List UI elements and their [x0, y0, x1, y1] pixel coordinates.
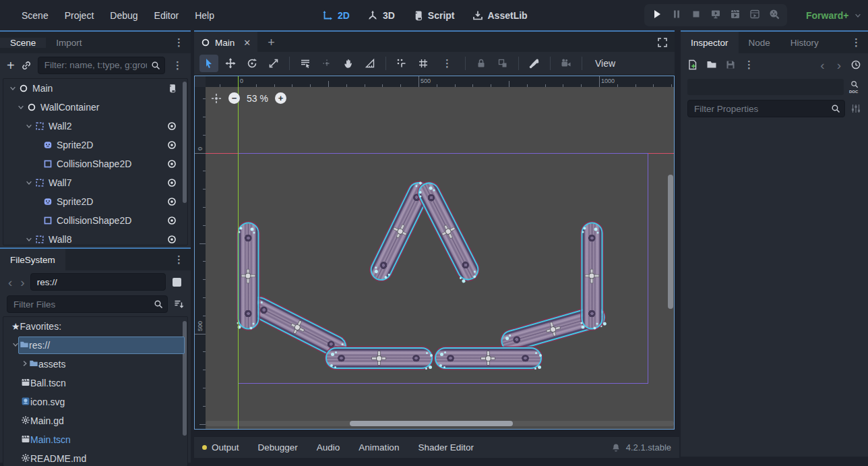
ruler-tool-button[interactable] [361, 55, 379, 72]
tab-main-scene[interactable]: Main ✕ [194, 32, 257, 53]
zoom-out-button[interactable]: − [228, 92, 240, 104]
expand-chevron-icon[interactable] [11, 340, 20, 351]
play-custom-scene-button[interactable] [749, 9, 760, 22]
bottom-tab-debugger[interactable]: Debugger [258, 442, 298, 453]
save-resource-icon[interactable] [725, 59, 736, 70]
skeleton-tool-button[interactable] [525, 55, 544, 72]
menu-editor[interactable]: Editor [146, 10, 187, 21]
scene-dock-menu-icon[interactable]: ⋮ [167, 36, 191, 49]
play-current-scene-button[interactable] [730, 9, 741, 22]
visibility-eye-icon[interactable] [167, 235, 177, 244]
pan-tool-button[interactable] [339, 55, 358, 72]
bottom-tab-output[interactable]: Output [202, 442, 239, 453]
scene-tree-scrollbar[interactable] [183, 82, 187, 203]
add-node-button[interactable]: + [7, 59, 15, 72]
expand-chevron-icon[interactable] [17, 103, 27, 111]
tree-item-wall2[interactable]: Wall2 [3, 117, 187, 136]
expand-chevron-icon[interactable] [25, 122, 35, 130]
visibility-eye-icon[interactable] [167, 197, 177, 206]
canvas-vscroll-thumb[interactable] [668, 175, 673, 309]
tree-item-main[interactable]: Main [3, 79, 187, 98]
smart-snap-tool-button[interactable] [392, 55, 411, 72]
open-docs-icon[interactable]: DOC [849, 81, 861, 93]
file-item-main-gd[interactable]: Main.gd [3, 411, 187, 430]
expand-chevron-icon[interactable] [9, 84, 19, 92]
tree-item-sprite2d[interactable]: Sprite2D [3, 136, 187, 154]
visibility-eye-icon[interactable] [167, 159, 177, 169]
bottom-tab-animation[interactable]: Animation [359, 442, 399, 453]
visibility-eye-icon[interactable] [167, 140, 177, 150]
bottom-tab-shader-editor[interactable]: Shader Editor [418, 442, 474, 453]
tab-inspector[interactable]: Inspector [681, 32, 739, 53]
tree-item-wall8[interactable]: Wall8 [3, 230, 187, 245]
tree-item-wall7[interactable]: Wall7 [3, 173, 187, 192]
tab-history[interactable]: History [780, 32, 829, 53]
list-select-tool-button[interactable] [296, 55, 315, 72]
scene-tree-menu-icon[interactable]: ⋮ [171, 59, 184, 71]
history-forward-icon[interactable]: › [834, 59, 844, 71]
instance-scene-link-icon[interactable] [21, 60, 32, 71]
tab-filesystem[interactable]: FileSystem [0, 249, 65, 270]
scene-filter-input[interactable] [38, 57, 165, 74]
renderer-selector[interactable]: Forward+ [806, 0, 862, 30]
position-snap-tool-button[interactable] [317, 55, 336, 72]
attached-script-icon[interactable] [167, 84, 177, 93]
play-button[interactable] [652, 9, 662, 22]
expand-chevron-icon[interactable] [25, 235, 35, 243]
file-filter-input[interactable] [7, 295, 168, 313]
context-2d[interactable]: 2D [322, 10, 350, 21]
toggle-split-mode-button[interactable] [173, 278, 181, 287]
expand-chevron-icon[interactable] [25, 179, 35, 187]
context-3d[interactable]: 3D [367, 10, 395, 21]
file-item-res-[interactable]: res:// [3, 336, 187, 355]
file-item-favorites-[interactable]: ★Favorites: [3, 317, 187, 336]
pause-button[interactable] [671, 9, 682, 22]
wall-bottom-right[interactable] [435, 347, 542, 369]
file-item-ball-tscn[interactable]: Ball.tscn [3, 374, 187, 392]
visibility-eye-icon[interactable] [167, 216, 177, 225]
new-scene-tab-button[interactable]: + [257, 32, 285, 53]
nav-forward-icon[interactable]: › [18, 276, 27, 289]
close-scene-tab-icon[interactable]: ✕ [243, 38, 251, 48]
menu-help[interactable]: Help [187, 10, 222, 21]
lock-tool-button[interactable] [472, 55, 491, 72]
edit-history-icon[interactable] [850, 59, 861, 70]
rotate-tool-button[interactable] [243, 55, 261, 72]
camera-override-tool-button[interactable] [557, 55, 576, 72]
stop-button[interactable] [691, 9, 702, 22]
menu-debug[interactable]: Debug [102, 10, 146, 21]
filesystem-dock-menu-icon[interactable]: ⋮ [167, 254, 191, 266]
file-item-readme-md[interactable]: README.md [3, 449, 187, 466]
history-back-icon[interactable]: ‹ [817, 59, 827, 71]
wall-right-vertical[interactable] [581, 223, 602, 330]
visibility-eye-icon[interactable] [167, 121, 177, 131]
wall-left-vertical[interactable] [237, 223, 259, 330]
scale-tool-button[interactable] [264, 55, 283, 72]
movie-maker-button[interactable] [769, 9, 780, 22]
inspector-dock-menu-icon[interactable]: ⋮ [844, 36, 868, 49]
load-resource-folder-icon[interactable] [706, 59, 717, 70]
file-item-main-tscn[interactable]: Main.tscn [3, 430, 187, 449]
grid-snap-tool-button[interactable] [414, 55, 433, 72]
menu-scene[interactable]: Scene [13, 10, 57, 21]
expand-bottom-panel-icon[interactable] [657, 37, 668, 48]
view-menu-button[interactable]: View [588, 58, 622, 69]
bottom-tab-audio[interactable]: Audio [317, 442, 340, 453]
canvas-hscroll-thumb[interactable] [350, 421, 513, 426]
move-tool-button[interactable] [221, 55, 240, 72]
select-tool-button[interactable] [199, 55, 218, 72]
property-tools-icon[interactable] [850, 103, 861, 114]
wall-bottom-left[interactable] [326, 347, 433, 369]
menu-project[interactable]: Project [57, 10, 102, 21]
tree-item-wallcontainer[interactable]: WallContainer [3, 98, 187, 117]
visibility-eye-icon[interactable] [167, 178, 177, 187]
notification-bell-icon[interactable] [611, 443, 621, 453]
file-item-assets[interactable]: assets [3, 355, 187, 374]
resource-extra-menu-icon[interactable]: ⋮ [744, 59, 754, 71]
sort-files-icon[interactable] [173, 299, 184, 310]
nav-back-icon[interactable]: ‹ [5, 276, 15, 289]
expand-chevron-icon[interactable] [21, 359, 29, 370]
2d-viewport[interactable]: 05001000 0500 − 53 % + [194, 76, 675, 430]
group-tool-button[interactable] [493, 55, 512, 72]
zoom-in-button[interactable]: + [275, 92, 286, 104]
